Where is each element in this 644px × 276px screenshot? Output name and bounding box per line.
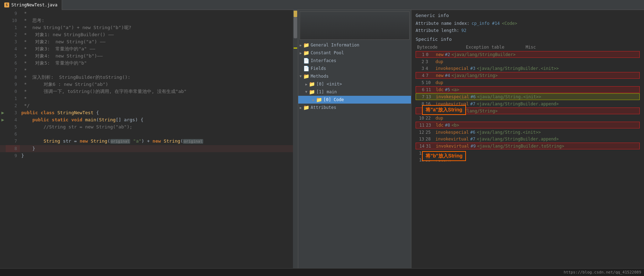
tree-arrow: ▶ — [300, 43, 302, 47]
specific-info-title: Specific info — [416, 37, 640, 42]
tab-label: StringNewTest.java — [11, 2, 57, 7]
url-bar: https://blog.csdn.net/qq_41522089 — [0, 268, 644, 276]
bc-comment: <java/lang/String.<init>> — [477, 94, 541, 99]
line-content: * 对象4: new String("b")—— — [20, 53, 298, 60]
code-line: 1 * — [0, 95, 298, 102]
bytecode-col-label: Bytecode — [417, 45, 438, 50]
bytecode-row: 23dup — [416, 58, 640, 65]
bc-comment: <b> — [451, 123, 459, 128]
line-content: //String str = new String("ab"); — [20, 123, 298, 131]
tree-item-constant[interactable]: ▶ 📁 Constant Pool — [298, 49, 411, 57]
run-gutter: ▶ — [0, 109, 6, 116]
misc-col-label: Misc — [526, 45, 536, 50]
line-number: 7 — [6, 138, 20, 145]
tree-item-interfaces[interactable]: ▶ 📄 Interfaces — [298, 57, 411, 65]
url-text: https://blog.csdn.net/qq_41522089 — [564, 270, 641, 275]
line-content: public class StringNewTest { — [20, 109, 298, 116]
line-number: 10 — [6, 17, 20, 24]
code-line: 8 * 深入剖析: StringBuilder的toString(): — [0, 74, 298, 81]
bytecode-row: 10new #2 <java/lang/StringBuilder> — [416, 51, 640, 58]
line-content: * — [20, 67, 298, 74]
line-content: * 深入剖析: StringBuilder的toString(): — [20, 74, 298, 81]
bc-ref: #6 — [470, 130, 475, 135]
run-gutter — [0, 38, 6, 45]
code-line: 5 * 对象4: new String("b")—— — [0, 53, 298, 60]
bc-instruction: invokevirtual — [435, 137, 469, 142]
line-number: 2 — [6, 31, 20, 38]
line-content: * 强调一下, toString()的调用, 在字符串常量池中, 没有生成"ab… — [20, 88, 298, 95]
line-number: 9 — [6, 10, 20, 17]
code-line: 9 } — [0, 152, 298, 159]
annotation-put-b: 将"b"放入String — [422, 151, 466, 161]
bc-idx: 6 — [417, 87, 424, 92]
bc-instruction: ldc — [436, 87, 444, 92]
line-content: } — [20, 145, 298, 152]
tree-item-label: Interfaces — [311, 58, 336, 63]
line-number: 6 — [6, 60, 20, 67]
tree-arrow: ▶ — [312, 98, 315, 102]
line-content: * 对象3: 常量池中的"a" —— — [20, 45, 298, 53]
run-gutter — [0, 81, 6, 88]
folder-icon: 📁 — [316, 97, 322, 103]
bc-ref: #7 — [470, 101, 475, 106]
attr-name-value: cp_info #14 — [472, 21, 500, 26]
bc-ref: #9 — [471, 144, 476, 149]
folder-icon: 📁 — [303, 105, 309, 110]
bc-offset: 0 — [426, 52, 434, 57]
editor-scrollbar[interactable] — [293, 10, 298, 268]
run-gutter — [0, 53, 6, 60]
code-line: 7 * — [0, 67, 298, 74]
run-gutter — [0, 60, 6, 67]
tree-item-init[interactable]: ▶ 📁 [0] <init> — [298, 80, 411, 88]
run-gutter — [0, 95, 6, 102]
annotation-put-a: 将"a"放入String — [422, 105, 466, 115]
bytecode-area: Bytecode Exception table Misc 10new #2 <… — [416, 45, 640, 163]
tree-item-attributes[interactable]: ▶ 📁 Attributes — [298, 104, 411, 111]
code-line: 1 * new String("a") + new String("b")呢? — [0, 24, 298, 31]
bytecode-row: 1328invokevirtual #7 <java/lang/StringBu… — [416, 136, 640, 142]
bc-idx: 4 — [417, 73, 424, 78]
bc-idx: 3 — [417, 66, 424, 71]
tree-item-general[interactable]: ▶ 📁 General Information — [298, 41, 411, 49]
run-gutter — [0, 17, 6, 24]
bc-offset: 23 — [426, 123, 434, 128]
code-line: 6 — [0, 131, 298, 138]
folder-icon: 📁 — [303, 50, 309, 56]
tree-panel: ▶ 📁 General Information ▶ 📁 Constant Poo… — [298, 10, 411, 268]
folder-icon: 📁 — [309, 81, 315, 87]
line-number: 0 — [6, 88, 20, 95]
file-tab[interactable]: S StringNewTest.java — [0, 0, 62, 10]
bc-ref: #5 — [445, 87, 450, 92]
bc-idx: 7 — [417, 94, 424, 99]
attr-code-value: <Code> — [502, 21, 517, 26]
bytecode-row: 34invokespecial #3 <java/lang/StringBuil… — [416, 65, 640, 72]
tree-item-label: [0] Code — [323, 97, 344, 102]
main-layout: 9 * 10 * 思考: 1 * new String("a") + new S… — [0, 10, 644, 268]
bc-comment: <java/lang/StringBuilder.<init>> — [477, 66, 559, 71]
bc-offset: 25 — [426, 130, 434, 135]
tree-item-code[interactable]: ▶ 📁 [0] Code — [298, 96, 411, 104]
code-line: 7 String str = new String(original "a") … — [0, 138, 298, 145]
code-line: 10 * 思考: — [0, 17, 298, 24]
bc-comment: <java/lang/StringBuilder.append> — [477, 101, 559, 106]
bc-instruction: invokevirtual — [436, 144, 469, 149]
bytecode-row: 1431invokevirtual #9 <java/lang/StringBu… — [416, 143, 640, 149]
code-line: 8 } — [0, 145, 298, 152]
tree-arrow: ▶ — [299, 75, 303, 77]
tree-item-methods[interactable]: ▶ 📁 Methods — [298, 72, 411, 80]
line-number: 5 — [6, 123, 20, 131]
tree-arrow: ▶ — [300, 51, 302, 55]
tree-item-label: Fields — [311, 66, 326, 71]
tree-item-main[interactable]: ▶ 📁 [1] main — [298, 88, 411, 96]
tree-item-label: [1] main — [316, 89, 337, 94]
bc-offset: 13 — [426, 94, 434, 99]
tree-item-fields[interactable]: ▶ 📄 Fields — [298, 65, 411, 72]
run-gutter — [0, 74, 6, 81]
run-gutter — [0, 102, 6, 109]
bytecode-row: 510dup — [416, 79, 640, 86]
bc-comment: <a> — [451, 87, 459, 92]
bc-ref: #2 — [445, 52, 450, 57]
bc-instruction: dup — [435, 80, 443, 85]
bc-comment: <java/lang/StringBuilder.append> — [477, 137, 559, 142]
bc-idx: 13 — [417, 137, 424, 142]
